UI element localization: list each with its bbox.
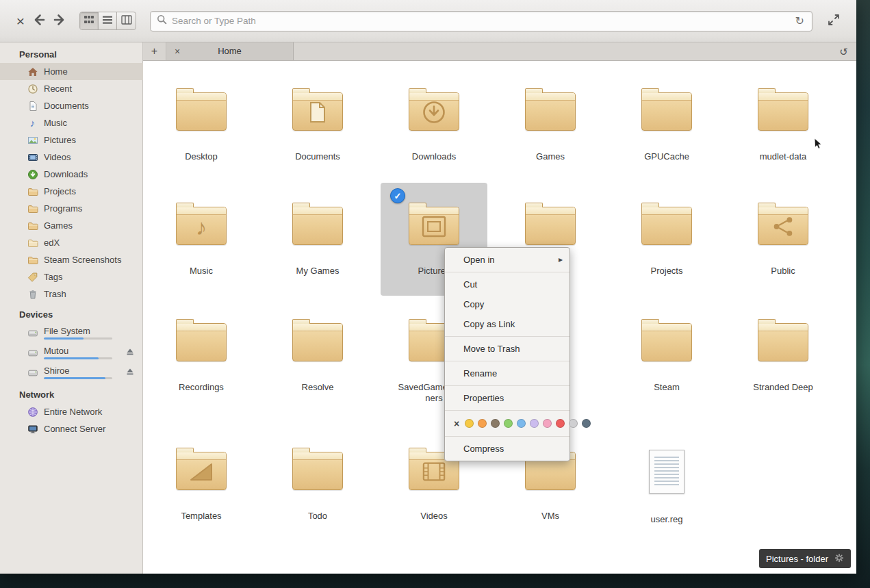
- file-item-desktop[interactable]: Desktop: [148, 68, 255, 181]
- folder-templates-icon: [176, 452, 227, 490]
- sidebar-item-trash[interactable]: Trash: [0, 285, 143, 303]
- sidebar-item-file-system[interactable]: File System: [0, 323, 143, 343]
- file-item-games[interactable]: Games: [497, 68, 604, 181]
- file-item-resolve[interactable]: Resolve: [264, 299, 371, 412]
- tag-swatch-blue[interactable]: [517, 419, 526, 428]
- list-view-button[interactable]: [99, 12, 117, 29]
- sidebar-item-projects[interactable]: Projects: [0, 183, 143, 200]
- file-item-music[interactable]: ♪ Music: [148, 183, 255, 296]
- tag-swatch-pink[interactable]: [543, 419, 552, 428]
- sidebar-item-music[interactable]: ♪ Music: [0, 114, 143, 131]
- menu-item-open-in[interactable]: Open in ▸: [445, 250, 570, 270]
- file-item-recordings[interactable]: Recordings: [148, 299, 255, 412]
- tag-swatch-purple[interactable]: [530, 419, 539, 428]
- file-item-mudlet-data[interactable]: mudlet-data: [730, 68, 836, 181]
- sidebar-item-connect-server[interactable]: Connect Server: [0, 420, 143, 437]
- sidebar-item-label: Entire Network: [44, 407, 102, 417]
- history-button[interactable]: ↺: [836, 44, 851, 59]
- menu-item-compress[interactable]: Compress: [445, 439, 570, 459]
- tag-swatch-brown[interactable]: [491, 419, 500, 428]
- sidebar-item-edx[interactable]: edX: [0, 234, 143, 251]
- folder-icon: [27, 238, 38, 248]
- eject-button[interactable]: [124, 346, 136, 360]
- file-label: Projects: [651, 266, 683, 277]
- trash-icon: [27, 289, 38, 300]
- menu-item-copy[interactable]: Copy: [445, 294, 570, 314]
- menu-item-label: Open in: [463, 255, 495, 265]
- sidebar-item-documents[interactable]: Documents: [0, 97, 143, 114]
- sidebar-item-games[interactable]: Games: [0, 217, 143, 234]
- file-item-my-games[interactable]: My Games: [264, 183, 371, 296]
- folder-icon: [641, 92, 692, 131]
- sidebar-item-pictures[interactable]: Pictures: [0, 131, 143, 149]
- file-item-projects[interactable]: Projects: [613, 183, 720, 296]
- file-item-gpucache[interactable]: GPUCache: [613, 68, 720, 181]
- folder-icon: [641, 323, 692, 361]
- clear-tag-icon[interactable]: ×: [454, 418, 459, 429]
- search-bar[interactable]: ↻: [150, 11, 813, 31]
- folder-icon: [641, 207, 692, 245]
- search-input[interactable]: [172, 16, 794, 26]
- menu-separator: [445, 272, 570, 272]
- device-label: Mutou: [44, 346, 112, 356]
- window-close-button[interactable]: ×: [12, 11, 29, 31]
- file-item-documents[interactable]: Documents: [264, 68, 371, 181]
- eject-button[interactable]: [124, 366, 136, 380]
- column-view-icon: [121, 15, 132, 27]
- tag-swatch-green[interactable]: [504, 419, 513, 428]
- menu-separator: [445, 361, 570, 361]
- tag-swatch-orange[interactable]: [478, 419, 487, 428]
- sidebar-item-downloads[interactable]: Downloads: [0, 166, 143, 183]
- status-tooltip: Pictures - folder: [759, 549, 851, 568]
- selection-check-icon[interactable]: ✓: [390, 188, 405, 203]
- sidebar-item-shiroe[interactable]: Shiroe: [0, 363, 143, 383]
- folder-icon: [27, 186, 38, 197]
- sidebar-item-label: Music: [44, 118, 67, 128]
- sidebar-item-mutou[interactable]: Mutou: [0, 343, 143, 363]
- new-tab-button[interactable]: +: [143, 42, 166, 60]
- file-label: user.reg: [651, 514, 683, 525]
- menu-item-cut[interactable]: Cut: [445, 274, 570, 294]
- menu-item-move-to-trash[interactable]: Move to Trash: [445, 339, 570, 359]
- sidebar-item-recent[interactable]: Recent: [0, 80, 143, 97]
- file-item-steam[interactable]: Steam: [613, 299, 720, 412]
- tag-swatch-yellow[interactable]: [465, 419, 474, 428]
- file-item-templates[interactable]: Templates: [148, 428, 255, 541]
- file-item-user-reg[interactable]: user.reg: [613, 428, 720, 541]
- tab-home[interactable]: × Home: [166, 42, 294, 60]
- file-item-public[interactable]: Public: [730, 183, 836, 296]
- context-menu: Open in ▸ Cut Copy Copy as Link Move to …: [444, 247, 570, 461]
- sidebar-item-steam-screenshots[interactable]: Steam Screenshots: [0, 251, 143, 268]
- back-button[interactable]: [29, 11, 49, 31]
- tab-label: Home: [166, 42, 293, 60]
- sidebar-item-entire-network[interactable]: Entire Network: [0, 403, 143, 420]
- sidebar-item-home[interactable]: Home: [0, 63, 143, 80]
- sidebar-item-videos[interactable]: Videos: [0, 149, 143, 166]
- sidebar-item-programs[interactable]: Programs: [0, 200, 143, 217]
- file-label: Downloads: [412, 151, 456, 162]
- tag-swatch-slate[interactable]: [582, 419, 591, 428]
- maximize-button[interactable]: [823, 11, 844, 31]
- folder-icon: [176, 323, 227, 361]
- menu-separator: [445, 336, 570, 337]
- menu-item-copy-as-link[interactable]: Copy as Link: [445, 314, 570, 334]
- file-item-downloads[interactable]: Downloads: [381, 68, 487, 181]
- tab-close-button[interactable]: ×: [166, 46, 180, 57]
- grid-view-button[interactable]: [80, 12, 99, 29]
- file-label: Todo: [308, 511, 327, 522]
- file-label: Public: [771, 266, 795, 277]
- file-item-todo[interactable]: Todo: [264, 428, 371, 541]
- forward-button[interactable]: [49, 11, 70, 31]
- refresh-button[interactable]: ↻: [794, 14, 806, 27]
- menu-item-properties[interactable]: Properties: [445, 388, 570, 408]
- server-icon: [27, 424, 38, 435]
- sidebar-item-label: edX: [44, 238, 60, 248]
- menu-item-rename[interactable]: Rename: [445, 363, 570, 383]
- tag-swatch-gray[interactable]: [569, 419, 578, 428]
- column-view-button[interactable]: [117, 12, 136, 29]
- sidebar-item-tags[interactable]: Tags: [0, 268, 143, 285]
- expand-icon: [828, 14, 840, 28]
- file-label: Resolve: [302, 382, 334, 393]
- file-item-stranded-deep[interactable]: Stranded Deep: [730, 299, 836, 412]
- tag-swatch-red[interactable]: [556, 419, 565, 428]
